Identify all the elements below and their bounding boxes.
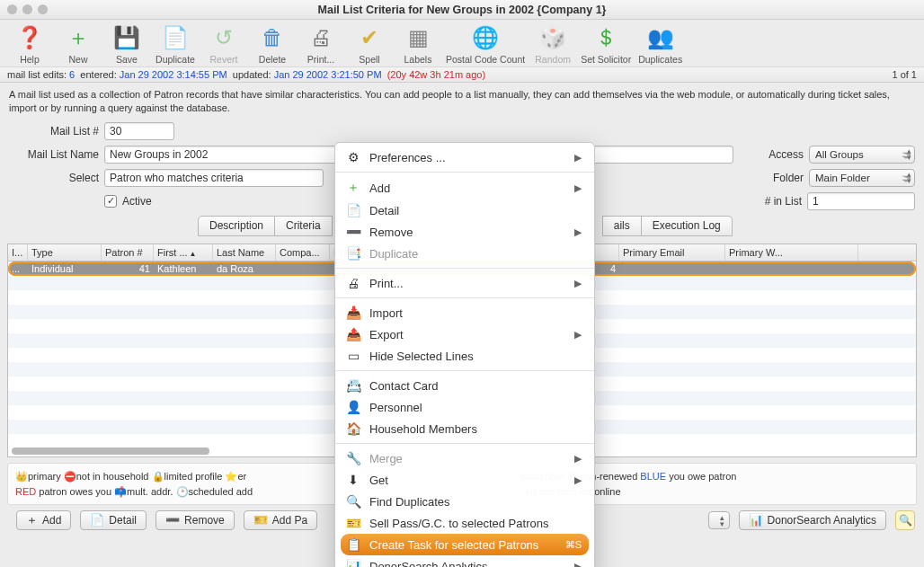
menu-separator — [335, 443, 594, 444]
menu-item-find-duplicates[interactable]: 🔍Find Duplicates — [335, 491, 594, 512]
edits-value: 6 — [69, 69, 75, 80]
menu-icon: ➖ — [346, 225, 360, 239]
column-header[interactable]: I... — [8, 244, 28, 261]
maillist-num-field[interactable]: 30 — [104, 122, 174, 140]
toolbar-revert-button: ↺Revert — [203, 23, 244, 65]
add-button[interactable]: ＋Add — [16, 510, 71, 530]
menu-item-household-members[interactable]: 🏠Household Members — [335, 418, 594, 439]
add-pass-button[interactable]: 🎫Add Pa — [244, 510, 317, 530]
menu-item-create-task-for-selected-patrons[interactable]: 📋Create Task for selected Patrons⌘S — [341, 534, 589, 555]
solicitor-icon: ＄ — [591, 23, 620, 52]
column-header[interactable]: Primary W... — [725, 244, 858, 261]
not-in-household-icon: ⛔ — [64, 469, 76, 485]
toolbar-new-button[interactable]: ＋New — [58, 23, 99, 65]
folder-label: Folder — [773, 172, 804, 184]
menu-icon: ⚙ — [346, 150, 360, 164]
limited-profile-icon: 🔒 — [152, 469, 164, 485]
donorsearch-button[interactable]: 📊DonorSearch Analytics — [739, 510, 886, 530]
toolbar-help-button[interactable]: ❓Help — [9, 23, 50, 65]
menu-item-print[interactable]: 🖨Print...▶ — [335, 272, 594, 294]
menu-icon: 📤 — [346, 327, 360, 341]
toolbar-postal-button[interactable]: 🌐Postal Code Count — [446, 23, 525, 65]
mini-select[interactable]: ▴▾ — [708, 511, 730, 529]
column-header[interactable]: Compa... — [276, 244, 330, 261]
menu-item-sell-pass-g-c-to-selected-patrons[interactable]: 🎫Sell Pass/G.C. to selected Patrons — [335, 512, 594, 534]
toolbar-print-button[interactable]: 🖨Print... — [300, 23, 342, 65]
menu-item-remove[interactable]: ➖Remove▶ — [335, 221, 594, 243]
menu-item-contact-card[interactable]: 📇Contact Card — [335, 375, 594, 396]
maillist-num-label: Mail List # — [9, 125, 99, 137]
column-header[interactable]: First ...▲ — [154, 244, 213, 261]
chevron-right-icon: ▶ — [574, 182, 582, 194]
tab-criteria[interactable]: Criteria — [275, 216, 333, 236]
labels-icon: ▦ — [404, 23, 432, 52]
menu-item-add[interactable]: ＋Add▶ — [335, 176, 594, 199]
chevron-right-icon: ▶ — [574, 226, 582, 238]
menu-icon: ▭ — [346, 349, 360, 363]
menu-icon: ⬇ — [346, 473, 360, 487]
toolbar-dupes-button[interactable]: 👥Duplicates — [638, 23, 682, 65]
folder-select[interactable]: Main Folder ▴▾ — [809, 169, 915, 187]
window-title: Mail List Criteria for New Groups in 200… — [0, 4, 924, 16]
chevron-right-icon: ▶ — [574, 453, 582, 465]
menu-item-detail[interactable]: 📄Detail — [335, 199, 594, 221]
column-header[interactable]: Primary Email — [619, 244, 725, 261]
menu-icon: 🔧 — [346, 451, 360, 465]
tab-emails-partial[interactable]: ails — [602, 216, 642, 236]
count-label: # in List — [765, 195, 802, 208]
chevron-updown-icon: ▴▾ — [907, 172, 911, 184]
menu-item-export[interactable]: 📤Export▶ — [335, 323, 594, 345]
detail-icon: 📄 — [90, 513, 104, 527]
remove-button[interactable]: ➖Remove — [155, 510, 235, 530]
maillist-name-label: Mail List Name — [9, 148, 99, 161]
ago-value: (20y 42w 3h 21m ago) — [387, 69, 485, 80]
menu-icon: ＋ — [346, 180, 360, 196]
toolbar-save-button[interactable]: 💾Save — [106, 23, 147, 65]
toolbar-random-button: 🎲Random — [532, 23, 573, 65]
access-select[interactable]: All Groups ▴▾ — [809, 146, 915, 164]
menu-icon: 📄 — [346, 203, 360, 217]
detail-button[interactable]: 📄Detail — [80, 510, 147, 530]
menu-item-donorsearch-analytics[interactable]: 📊DonorSearch Analytics▶ — [335, 555, 594, 567]
menu-icon: 🔍 — [346, 494, 360, 509]
select-field[interactable]: Patron who matches criteria — [104, 169, 324, 187]
search-button[interactable]: 🔍 — [895, 510, 915, 530]
menu-item-import[interactable]: 📥Import — [335, 302, 594, 323]
dupes-icon: 👥 — [646, 23, 675, 52]
revert-icon: ↺ — [209, 23, 238, 52]
blue-label: BLUE — [640, 471, 666, 482]
search-icon: 🔍 — [899, 514, 912, 527]
chevron-updown-icon: ▴▾ — [720, 515, 724, 527]
tab-description[interactable]: Description — [198, 216, 275, 236]
menu-separator — [335, 268, 594, 269]
menu-separator — [335, 172, 594, 173]
scheduled-add-icon: 🕑 — [176, 484, 189, 501]
toolbar-duplicate-button[interactable]: 📄Duplicate — [155, 23, 196, 65]
entered-value: Jan 29 2002 3:14:55 PM — [120, 69, 227, 80]
menu-item-duplicate: 📑Duplicate — [335, 243, 594, 264]
chevron-right-icon: ▶ — [574, 561, 582, 568]
toolbar-solicitor-button[interactable]: ＄Set Solicitor — [581, 23, 631, 65]
print-icon: 🖨 — [307, 23, 335, 52]
column-header[interactable]: Type — [28, 244, 102, 261]
menu-item-personnel[interactable]: 👤Personnel — [335, 396, 594, 418]
menu-item-preferences[interactable]: ⚙Preferences ...▶ — [335, 146, 594, 168]
updated-label: updated: — [233, 69, 271, 80]
plus-icon: ＋ — [26, 512, 38, 528]
menu-item-get[interactable]: ⬇Get▶ — [335, 469, 594, 491]
toolbar-delete-button[interactable]: 🗑Delete — [252, 23, 293, 65]
toolbar-spell-button[interactable]: ✔Spell — [349, 23, 390, 65]
active-checkbox[interactable] — [104, 195, 117, 208]
column-header[interactable]: Last Name — [213, 244, 276, 261]
menu-icon: 📊 — [346, 559, 360, 567]
menu-item-hide-selected-lines[interactable]: ▭Hide Selected Lines — [335, 345, 594, 367]
menu-icon: 📥 — [346, 306, 360, 320]
menu-separator — [335, 370, 594, 371]
horizontal-scrollbar[interactable] — [12, 447, 209, 455]
updated-value: Jan 29 2002 3:21:50 PM — [274, 69, 382, 80]
help-icon: ❓ — [15, 23, 44, 52]
menu-icon: 🎫 — [346, 516, 360, 530]
tab-execution-log[interactable]: Execution Log — [642, 216, 733, 236]
toolbar-labels-button[interactable]: ▦Labels — [397, 23, 439, 65]
column-header[interactable]: Patron # — [102, 244, 154, 261]
